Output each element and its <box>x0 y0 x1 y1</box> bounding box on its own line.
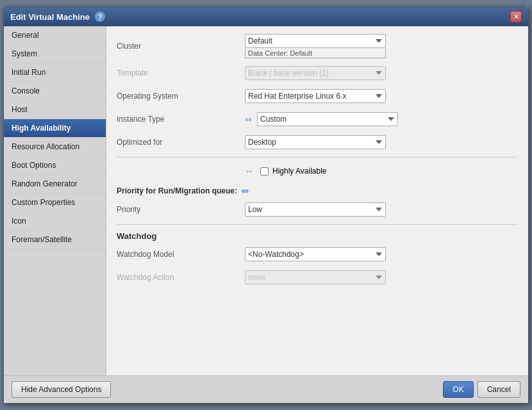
title-left: Edit Virtual Machine ? <box>10 12 105 22</box>
highly-available-label: Highly Available <box>272 167 327 176</box>
help-icon[interactable]: ? <box>95 12 105 22</box>
template-control: Blank | base version (1) <box>245 66 518 80</box>
instance-type-label: Instance Type <box>117 115 245 124</box>
watchdog-model-control: <No-Watchdog> <box>245 247 518 261</box>
sidebar-item-host[interactable]: Host <box>4 101 106 119</box>
watchdog-model-row: Watchdog Model <No-Watchdog> <box>117 246 518 263</box>
sidebar-item-foreman-satellite[interactable]: Foreman/Satellite <box>4 231 106 249</box>
divider-2 <box>117 224 518 225</box>
sidebar-item-general[interactable]: General <box>4 26 106 45</box>
dialog-footer: Hide Advanced Options OK Cancel <box>4 375 528 403</box>
sidebar-item-resource-allocation[interactable]: Resource Allocation <box>4 138 106 156</box>
cluster-group: Default Data Center: Default <box>245 34 386 58</box>
cluster-control: Default Data Center: Default <box>245 34 518 58</box>
priority-select[interactable]: Low <box>245 202 386 217</box>
sidebar-item-console[interactable]: Console <box>4 82 106 101</box>
edit-vm-dialog: Edit Virtual Machine ? ✕ General System … <box>3 6 529 404</box>
footer-right-buttons: OK Cancel <box>443 381 520 398</box>
cancel-button[interactable]: Cancel <box>478 381 520 398</box>
priority-control: Low <box>245 202 518 217</box>
watchdog-model-label: Watchdog Model <box>117 250 245 259</box>
sidebar-item-high-availability[interactable]: High Availability <box>4 119 106 138</box>
main-content: Cluster Default Data Center: Default Tem… <box>106 26 528 375</box>
dialog-body: General System Initial Run Console Host … <box>4 26 528 375</box>
title-bar: Edit Virtual Machine ? ✕ <box>4 7 528 26</box>
priority-section-label: Priority for Run/Migration queue: ⇔ <box>117 186 518 196</box>
template-label: Template <box>117 69 245 78</box>
priority-info-icon: ⇔ <box>241 186 249 196</box>
sidebar-item-boot-options[interactable]: Boot Options <box>4 156 106 175</box>
cluster-main: Default <box>245 34 386 48</box>
instance-type-link-icon: ⇔ <box>245 115 252 124</box>
instance-type-row: Instance Type ⇔ Custom <box>117 111 518 127</box>
priority-row: Priority Low <box>117 201 518 218</box>
cluster-sub-text: Data Center: Default <box>245 49 386 58</box>
dialog-title: Edit Virtual Machine <box>10 12 90 22</box>
optimized-select[interactable]: Desktop <box>245 135 386 149</box>
optimized-label: Optimized for <box>117 138 245 147</box>
optimized-row: Optimized for Desktop <box>117 134 518 151</box>
watchdog-action-label: Watchdog Action <box>117 273 245 282</box>
sidebar-item-icon[interactable]: Icon <box>4 212 106 231</box>
watchdog-section-header: Watchdog <box>117 231 518 241</box>
highly-available-control: ↔ Highly Available <box>245 166 518 176</box>
instance-type-select[interactable]: Custom <box>257 112 398 126</box>
highly-available-checkbox[interactable] <box>260 167 269 176</box>
cluster-label: Cluster <box>117 42 245 51</box>
watchdog-model-select[interactable]: <No-Watchdog> <box>245 247 386 261</box>
ok-button[interactable]: OK <box>443 381 473 398</box>
os-control: Red Hat Enterprise Linux 6.x <box>245 89 518 103</box>
cluster-select[interactable]: Default <box>245 34 386 48</box>
sidebar-item-system[interactable]: System <box>4 45 106 63</box>
highly-available-row: ↔ Highly Available <box>117 163 518 179</box>
hide-advanced-button[interactable]: Hide Advanced Options <box>12 381 111 398</box>
template-select[interactable]: Blank | base version (1) <box>245 66 386 80</box>
optimized-control: Desktop <box>245 135 518 149</box>
sidebar-item-custom-properties[interactable]: Custom Properties <box>4 193 106 212</box>
ha-arrow-icon: ↔ <box>245 166 254 176</box>
close-button[interactable]: ✕ <box>510 11 522 22</box>
watchdog-action-select[interactable]: none <box>245 270 386 284</box>
os-row: Operating System Red Hat Enterprise Linu… <box>117 88 518 104</box>
sidebar-item-initial-run[interactable]: Initial Run <box>4 63 106 82</box>
sidebar: General System Initial Run Console Host … <box>4 26 106 375</box>
os-label: Operating System <box>117 92 245 101</box>
watchdog-action-control: none <box>245 270 518 284</box>
watchdog-action-row: Watchdog Action none <box>117 269 518 286</box>
cluster-row: Cluster Default Data Center: Default <box>117 34 518 58</box>
sidebar-item-random-generator[interactable]: Random Generator <box>4 175 106 193</box>
priority-label-text: Priority <box>117 205 245 214</box>
divider-1 <box>117 157 518 158</box>
template-row: Template Blank | base version (1) <box>117 65 518 81</box>
os-select[interactable]: Red Hat Enterprise Linux 6.x <box>245 89 386 103</box>
instance-type-control: ⇔ Custom <box>245 112 518 126</box>
